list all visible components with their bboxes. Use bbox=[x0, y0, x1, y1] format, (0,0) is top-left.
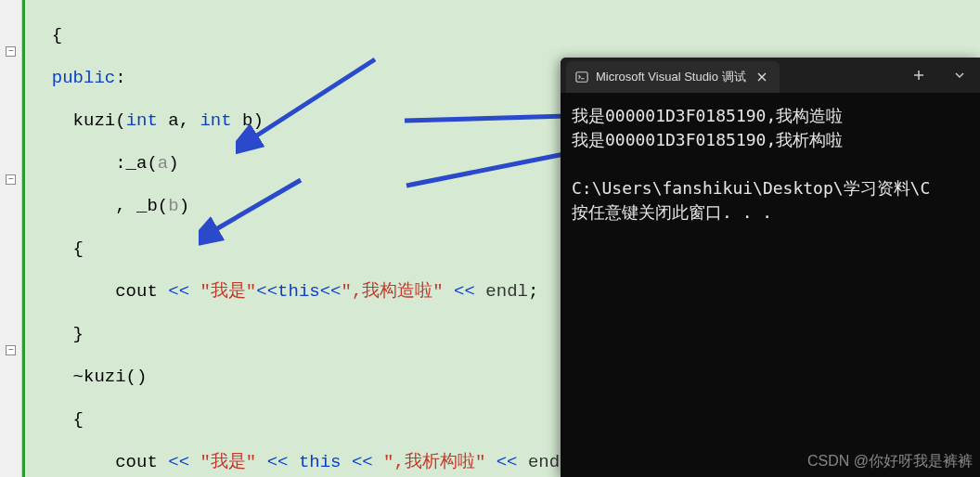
terminal-window[interactable]: Microsoft Visual Studio 调试控 我是000001D3F0… bbox=[561, 58, 980, 477]
close-icon bbox=[757, 72, 767, 82]
svg-rect-4 bbox=[576, 72, 587, 83]
terminal-titlebar: Microsoft Visual Studio 调试控 bbox=[561, 58, 980, 93]
terminal-output[interactable]: 我是000001D3F0185190,我构造啦 我是000001D3F01851… bbox=[561, 93, 980, 236]
tab-title: Microsoft Visual Studio 调试控 bbox=[596, 69, 746, 85]
fold-gutter: − − − bbox=[0, 0, 22, 477]
dropdown-button[interactable] bbox=[939, 58, 980, 93]
close-tab-button[interactable] bbox=[754, 69, 770, 85]
chevron-down-icon bbox=[954, 70, 965, 81]
new-tab-button[interactable] bbox=[898, 58, 939, 93]
terminal-tab[interactable]: Microsoft Visual Studio 调试控 bbox=[566, 61, 780, 93]
fold-toggle[interactable]: − bbox=[6, 46, 16, 57]
plus-icon bbox=[913, 70, 924, 81]
code-line: { bbox=[31, 25, 980, 46]
terminal-icon bbox=[575, 71, 588, 84]
fold-toggle[interactable]: − bbox=[6, 174, 16, 185]
fold-toggle[interactable]: − bbox=[6, 345, 16, 355]
